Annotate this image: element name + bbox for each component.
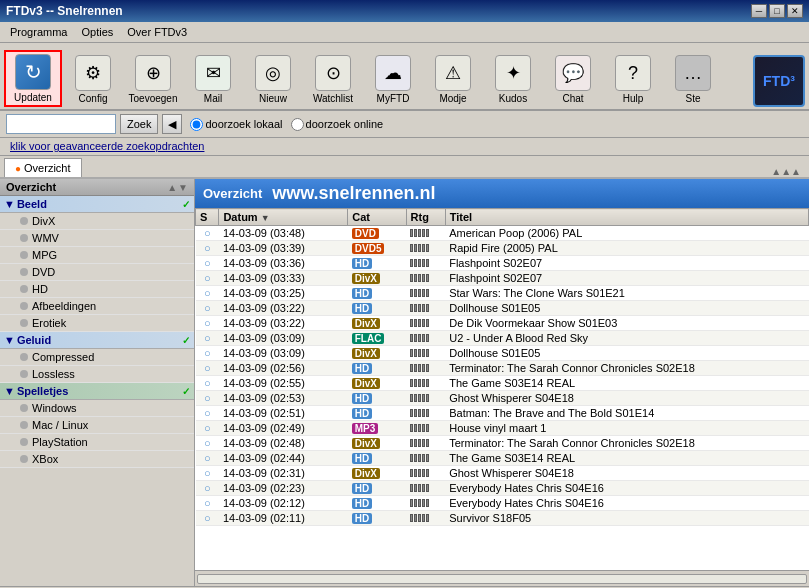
cell-cat: HD bbox=[348, 451, 406, 466]
update-icon: ↻ bbox=[15, 54, 51, 90]
close-button[interactable]: ✕ bbox=[787, 4, 803, 18]
table-row[interactable]: ○14-03-09 (03:48)DVDAmerican Poop (2006)… bbox=[196, 226, 809, 241]
table-row[interactable]: ○14-03-09 (02:23)HDEverybody Hates Chris… bbox=[196, 481, 809, 496]
table-row[interactable]: ○14-03-09 (03:36)HDFlashpoint S02E07 bbox=[196, 256, 809, 271]
title-bar: FTDv3 -- Snelrennen ─ □ ✕ bbox=[0, 0, 809, 22]
col-cat[interactable]: Cat bbox=[348, 209, 406, 226]
toolbar-config-label: Config bbox=[79, 93, 108, 104]
table-row[interactable]: ○14-03-09 (03:39)DVD5Rapid Fire (2005) P… bbox=[196, 241, 809, 256]
toolbar-myftd[interactable]: ☁ MyFTD bbox=[364, 51, 422, 107]
back-button[interactable]: ◀ bbox=[162, 114, 182, 134]
advanced-search-link[interactable]: klik voor geavanceerde zoekopdrachten bbox=[10, 140, 204, 152]
sidebar-section-spelletjes-header[interactable]: ▼ Spelletjes ✓ bbox=[0, 383, 194, 400]
toolbar-kudos-label: Kudos bbox=[499, 93, 527, 104]
sidebar-item-hd[interactable]: HD bbox=[0, 281, 194, 298]
cell-status: ○ bbox=[196, 316, 219, 331]
sidebar-item-wmv[interactable]: WMV bbox=[0, 230, 194, 247]
table-row[interactable]: ○14-03-09 (02:44)HDThe Game S03E14 REAL bbox=[196, 451, 809, 466]
radio-online-label[interactable]: doorzoek online bbox=[291, 118, 384, 131]
toolbar-toevoegen[interactable]: ⊕ Toevoegen bbox=[124, 51, 182, 107]
toolbar-chat[interactable]: 💬 Chat bbox=[544, 51, 602, 107]
cell-titel: Terminator: The Sarah Connor Chronicles … bbox=[445, 361, 808, 376]
windows-dot bbox=[20, 404, 28, 412]
myftd-icon: ☁ bbox=[375, 55, 411, 91]
sidebar-item-playstation[interactable]: PlayStation bbox=[0, 434, 194, 451]
table-row[interactable]: ○14-03-09 (02:49)MP3House vinyl maart 1 bbox=[196, 421, 809, 436]
table-row[interactable]: ○14-03-09 (03:22)DivXDe Dik Voormekaar S… bbox=[196, 316, 809, 331]
sidebar-item-mpg[interactable]: MPG bbox=[0, 247, 194, 264]
table-row[interactable]: ○14-03-09 (03:22)HDDollhouse S01E05 bbox=[196, 301, 809, 316]
sidebar-arrow-down[interactable]: ▼ bbox=[178, 182, 188, 193]
radio-local[interactable] bbox=[190, 118, 203, 131]
cell-rtg bbox=[406, 481, 445, 496]
cell-rtg bbox=[406, 361, 445, 376]
window-controls[interactable]: ─ □ ✕ bbox=[751, 4, 803, 18]
cell-titel: Rapid Fire (2005) PAL bbox=[445, 241, 808, 256]
table-row[interactable]: ○14-03-09 (02:53)HDGhost Whisperer S04E1… bbox=[196, 391, 809, 406]
menu-over[interactable]: Over FTDv3 bbox=[121, 24, 193, 40]
radio-local-label[interactable]: doorzoek lokaal bbox=[190, 118, 282, 131]
sidebar-scroll-arrows[interactable]: ▲ ▼ bbox=[167, 182, 188, 193]
toolbar-kudos[interactable]: ✦ Kudos bbox=[484, 51, 542, 107]
tab-overview[interactable]: ● Overzicht bbox=[4, 158, 82, 177]
maximize-button[interactable]: □ bbox=[769, 4, 785, 18]
mac-label: Mac / Linux bbox=[32, 419, 88, 431]
sidebar-item-lossless[interactable]: Lossless bbox=[0, 366, 194, 383]
cell-cat: DivX bbox=[348, 376, 406, 391]
sidebar-item-afbeeldingen[interactable]: Afbeeldingen bbox=[0, 298, 194, 315]
col-titel[interactable]: Titel bbox=[445, 209, 808, 226]
cell-cat: HD bbox=[348, 286, 406, 301]
sidebar-item-erotiek[interactable]: Erotiek bbox=[0, 315, 194, 332]
sidebar-item-mac-linux[interactable]: Mac / Linux bbox=[0, 417, 194, 434]
sidebar-item-windows[interactable]: Windows bbox=[0, 400, 194, 417]
table-row[interactable]: ○14-03-09 (03:33)DivXFlashpoint S02E07 bbox=[196, 271, 809, 286]
cell-status: ○ bbox=[196, 421, 219, 436]
expand-icon-geluid: ▼ bbox=[4, 334, 15, 346]
h-scrollbar-thumb[interactable] bbox=[197, 574, 807, 584]
toolbar-ste[interactable]: … Ste bbox=[664, 51, 722, 107]
sidebar-item-xbox[interactable]: XBox bbox=[0, 451, 194, 468]
cell-status: ○ bbox=[196, 286, 219, 301]
sidebar-section-beeld-header[interactable]: ▼ Beeld ✓ bbox=[0, 196, 194, 213]
table-row[interactable]: ○14-03-09 (02:12)HDEverybody Hates Chris… bbox=[196, 496, 809, 511]
table-row[interactable]: ○14-03-09 (02:31)DivXGhost Whisperer S04… bbox=[196, 466, 809, 481]
table-row[interactable]: ○14-03-09 (03:09)DivXDollhouse S01E05 bbox=[196, 346, 809, 361]
cell-rtg bbox=[406, 421, 445, 436]
table-row[interactable]: ○14-03-09 (02:11)HDSurvivor S18F05 bbox=[196, 511, 809, 526]
sidebar-arrow-up[interactable]: ▲ bbox=[167, 182, 177, 193]
toolbar-updaten[interactable]: ↻ Updaten bbox=[4, 50, 62, 107]
toolbar-hulp[interactable]: ? Hulp bbox=[604, 51, 662, 107]
menu-opties[interactable]: Opties bbox=[75, 24, 119, 40]
search-button[interactable]: Zoek bbox=[120, 114, 158, 134]
toolbar-mail[interactable]: ✉ Mail bbox=[184, 51, 242, 107]
sidebar-item-dvd[interactable]: DVD bbox=[0, 264, 194, 281]
horizontal-scrollbar[interactable] bbox=[195, 570, 809, 586]
table-row[interactable]: ○14-03-09 (03:25)HDStar Wars: The Clone … bbox=[196, 286, 809, 301]
minimize-button[interactable]: ─ bbox=[751, 4, 767, 18]
toolbar-config[interactable]: ⚙ Config bbox=[64, 51, 122, 107]
sidebar-item-divx[interactable]: DivX bbox=[0, 213, 194, 230]
col-rtg[interactable]: Rtg bbox=[406, 209, 445, 226]
sidebar-item-compressed[interactable]: Compressed bbox=[0, 349, 194, 366]
table-row[interactable]: ○14-03-09 (03:09)FLACU2 - Under A Blood … bbox=[196, 331, 809, 346]
col-datum[interactable]: Datum ▼ bbox=[219, 209, 348, 226]
cell-cat: FLAC bbox=[348, 331, 406, 346]
cell-status: ○ bbox=[196, 226, 219, 241]
toolbar-watchlist[interactable]: ⊙ Watchlist bbox=[304, 51, 362, 107]
sidebar-header: Overzicht ▲ ▼ bbox=[0, 179, 194, 196]
menu-programma[interactable]: Programma bbox=[4, 24, 73, 40]
table-row[interactable]: ○14-03-09 (02:55)DivXThe Game S03E14 REA… bbox=[196, 376, 809, 391]
table-row[interactable]: ○14-03-09 (02:51)HDBatman: The Brave and… bbox=[196, 406, 809, 421]
toolbar-modje[interactable]: ⚠ Modje bbox=[424, 51, 482, 107]
toolbar-nieuw[interactable]: ◎ Nieuw bbox=[244, 51, 302, 107]
mpg-label: MPG bbox=[32, 249, 57, 261]
search-input[interactable] bbox=[6, 114, 116, 134]
sidebar-section-geluid-header[interactable]: ▼ Geluid ✓ bbox=[0, 332, 194, 349]
table-row[interactable]: ○14-03-09 (02:48)DivXTerminator: The Sar… bbox=[196, 436, 809, 451]
radio-online[interactable] bbox=[291, 118, 304, 131]
sidebar-scroll[interactable]: ▼ Beeld ✓ DivX WMV MPG bbox=[0, 196, 194, 586]
beeld-check: ✓ bbox=[182, 199, 190, 210]
table-row[interactable]: ○14-03-09 (02:56)HDTerminator: The Sarah… bbox=[196, 361, 809, 376]
col-status[interactable]: S bbox=[196, 209, 219, 226]
table-container[interactable]: S Datum ▼ Cat Rtg Titel ○14-03-09 (03:48… bbox=[195, 208, 809, 570]
